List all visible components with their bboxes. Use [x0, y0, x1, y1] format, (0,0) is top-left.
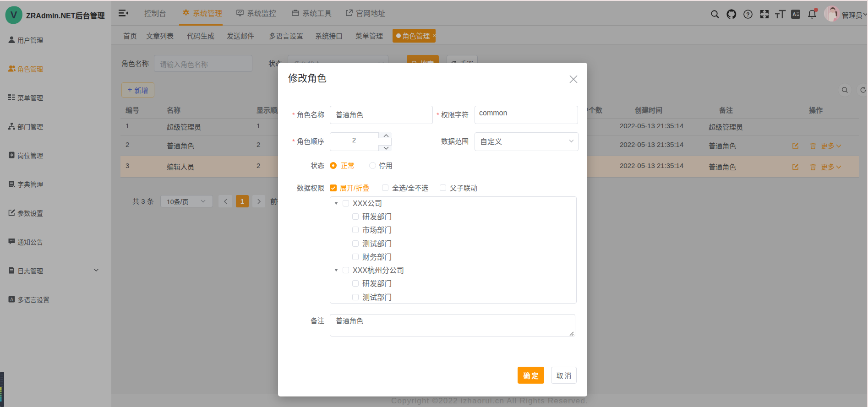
svg-text:A: A	[10, 297, 13, 302]
svg-text:A: A	[792, 11, 796, 17]
svg-text:V: V	[11, 9, 17, 21]
svg-text:?: ?	[746, 11, 749, 18]
